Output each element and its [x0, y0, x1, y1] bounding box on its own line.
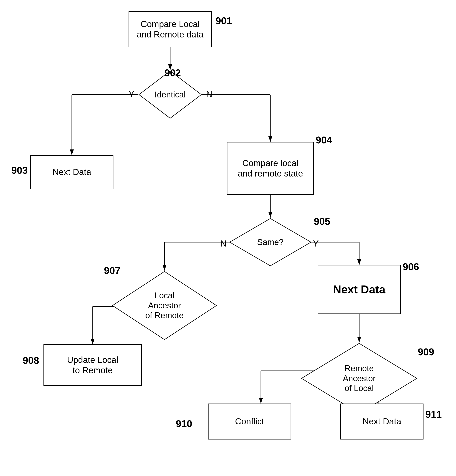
ref-910: 910	[176, 418, 192, 429]
ref-903: 903	[11, 165, 28, 176]
flowchart-diagram: Compare Local and Remote data 901 Identi…	[0, 0, 456, 476]
node-906: Next Data	[318, 265, 401, 314]
node-903: Next Data	[30, 155, 113, 189]
ref-902: 902	[165, 67, 181, 78]
node-904: Compare local and remote state	[227, 142, 314, 195]
node-907: Local Ancestor of Remote	[112, 271, 217, 340]
ref-905: 905	[314, 216, 330, 227]
label-n1: N	[206, 89, 212, 99]
label-y1: Y	[129, 89, 134, 99]
node-911: Next Data	[340, 404, 423, 440]
ref-906: 906	[403, 261, 419, 272]
ref-904: 904	[316, 134, 332, 146]
node-905: Same?	[229, 218, 312, 267]
node-908: Update Local to Remote	[43, 344, 142, 386]
ref-901: 901	[216, 15, 232, 26]
label-y2: Y	[313, 238, 319, 249]
ref-909: 909	[418, 346, 434, 357]
node-901: Compare Local and Remote data	[129, 11, 212, 47]
node-910: Conflict	[208, 404, 291, 440]
ref-911: 911	[425, 409, 442, 420]
label-n2: N	[220, 238, 226, 249]
ref-907: 907	[104, 265, 120, 276]
ref-908: 908	[23, 355, 39, 366]
